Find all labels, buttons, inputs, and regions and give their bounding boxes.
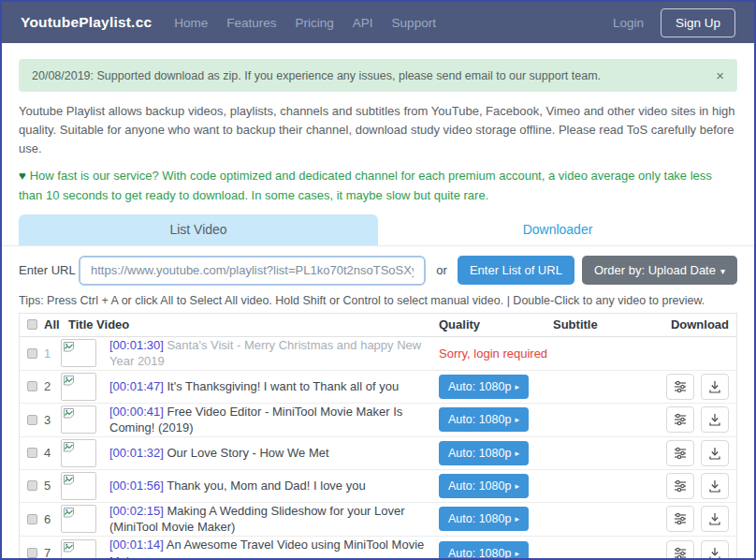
download-button[interactable]	[701, 406, 729, 433]
video-duration: [00:01:47]	[109, 379, 164, 393]
notice-text: 20/08/2019: Supported download as zip. I…	[32, 69, 601, 82]
heart-icon: ♥	[19, 169, 26, 183]
row-number: 2	[44, 379, 61, 393]
row-checkbox[interactable]	[27, 348, 37, 359]
table-row[interactable]: 4 [00:01:32] Our Love Story - How We Met…	[20, 437, 736, 470]
row-checkbox[interactable]	[27, 448, 37, 458]
service-note: ♥How fast is our service? With code opti…	[19, 167, 737, 204]
video-thumbnail-broken-image-icon	[61, 439, 96, 467]
row-checkbox[interactable]	[27, 480, 37, 491]
table-row[interactable]: 1 [00:01:30] Santa's Visit - Merry Chris…	[20, 337, 736, 371]
nav-item-support[interactable]: Support	[392, 16, 436, 30]
video-duration: [00:01:56]	[109, 479, 164, 493]
enter-list-of-url-button[interactable]: Enter List of URL	[458, 256, 574, 285]
video-duration: [00:00:41]	[109, 405, 164, 419]
nav-item-api[interactable]: API	[353, 16, 373, 30]
video-title: Thank you, Mom and Dad! I love you	[167, 479, 365, 493]
video-thumbnail-broken-image-icon	[61, 472, 96, 500]
signup-button[interactable]: Sign Up	[661, 8, 735, 37]
navbar: YoutubePlaylist.cc Home Features Pricing…	[2, 2, 754, 43]
row-number: 4	[44, 446, 61, 460]
quality-button[interactable]: Auto: 1080p▸	[439, 407, 529, 432]
row-number: 1	[44, 346, 61, 361]
service-note-text: How fast is our service? With code optim…	[19, 169, 712, 201]
caret-right-icon: ▸	[515, 449, 519, 458]
url-label: Enter URL	[19, 263, 79, 277]
row-number: 7	[44, 546, 61, 560]
quality-button[interactable]: Auto: 1080p▸	[439, 474, 529, 498]
tips-text: Tips: Press Ctrl + A or click All to Sel…	[19, 294, 737, 307]
header-download: Download	[654, 317, 729, 332]
select-all-checkbox[interactable]	[27, 319, 37, 330]
video-thumbnail-broken-image-icon	[61, 339, 96, 367]
url-input[interactable]	[79, 256, 426, 286]
site-description: Youtube Playlist allows backup videos, p…	[19, 102, 737, 158]
convert-options-button[interactable]	[666, 406, 694, 433]
nav-item-features[interactable]: Features	[226, 16, 276, 30]
header-subtitle: Subtitle	[553, 317, 654, 332]
table-header: All Title Video Quality Subtitle Downloa…	[20, 314, 736, 337]
convert-options-button[interactable]	[666, 473, 694, 499]
row-checkbox[interactable]	[27, 514, 37, 524]
video-duration: [00:01:32]	[109, 446, 164, 460]
caret-right-icon: ▸	[515, 514, 519, 523]
header-all[interactable]: All	[44, 317, 68, 332]
download-button[interactable]	[701, 440, 729, 466]
download-button[interactable]	[701, 473, 729, 499]
table-row[interactable]: 2 [00:01:47] It's Thanksgiving! I want t…	[20, 371, 736, 404]
row-checkbox[interactable]	[27, 415, 37, 425]
nav-links: Home Features Pricing API Support	[174, 16, 436, 30]
convert-options-button[interactable]	[666, 540, 694, 560]
login-required-message: Sorry, login required	[439, 346, 547, 361]
video-title: Our Love Story - How We Met	[167, 446, 328, 460]
caret-down-icon: ▾	[720, 266, 725, 276]
download-button[interactable]	[701, 540, 729, 560]
notice-banner: 20/08/2019: Supported download as zip. I…	[19, 59, 737, 92]
quality-button[interactable]: Auto: 1080p▸	[439, 441, 529, 465]
url-entry-row: Enter URL or Enter List of URL Order by:…	[19, 256, 737, 286]
nav-item-home[interactable]: Home	[174, 16, 208, 30]
page: YoutubePlaylist.cc Home Features Pricing…	[0, 0, 756, 560]
close-icon[interactable]: ×	[716, 68, 724, 82]
caret-right-icon: ▸	[515, 481, 519, 491]
video-duration: [00:02:15]	[109, 504, 164, 518]
video-title: It's Thanksgiving! I want to Thank all o…	[167, 379, 399, 393]
row-number: 5	[44, 479, 61, 493]
login-link[interactable]: Login	[613, 16, 644, 30]
header-quality: Quality	[439, 317, 553, 332]
or-label: or	[436, 263, 447, 277]
convert-options-button[interactable]	[666, 374, 694, 400]
row-checkbox[interactable]	[27, 381, 37, 391]
video-duration: [00:01:14]	[109, 538, 164, 552]
download-button[interactable]	[701, 506, 729, 532]
quality-button[interactable]: Auto: 1080p▸	[439, 507, 529, 531]
video-thumbnail-broken-image-icon	[61, 373, 96, 401]
table-row[interactable]: 7 [00:01:14] An Awesome Travel Video usi…	[20, 537, 736, 560]
video-thumbnail-broken-image-icon	[61, 539, 96, 560]
order-by-dropdown[interactable]: Order by: Upload Date▾	[582, 256, 737, 285]
video-thumbnail-broken-image-icon	[61, 505, 96, 533]
quality-button[interactable]: Auto: 1080p▸	[439, 541, 529, 560]
quality-button[interactable]: Auto: 1080p▸	[439, 375, 529, 399]
convert-options-button[interactable]	[666, 506, 694, 532]
nav-item-pricing[interactable]: Pricing	[296, 16, 334, 30]
row-checkbox[interactable]	[27, 548, 37, 558]
header-title-video: Title Video	[68, 317, 439, 333]
caret-right-icon: ▸	[515, 382, 519, 391]
tab-bar: List Video Downloader	[2, 214, 754, 246]
video-table: All Title Video Quality Subtitle Downloa…	[19, 313, 737, 560]
download-button[interactable]	[701, 374, 729, 400]
row-number: 6	[44, 512, 61, 526]
caret-right-icon: ▸	[515, 549, 519, 558]
brand-logo[interactable]: YoutubePlaylist.cc	[21, 14, 152, 31]
table-row[interactable]: 5 [00:01:56] Thank you, Mom and Dad! I l…	[20, 470, 736, 503]
caret-right-icon: ▸	[515, 415, 519, 424]
table-row[interactable]: 6 [00:02:15] Making A Wedding Slideshow …	[20, 503, 736, 537]
convert-options-button[interactable]	[666, 440, 694, 466]
tab-downloader[interactable]: Downloader	[378, 214, 737, 245]
video-duration: [00:01:30]	[109, 338, 164, 352]
tab-list-video[interactable]: List Video	[19, 214, 378, 245]
video-thumbnail-broken-image-icon	[61, 405, 96, 434]
table-row[interactable]: 3 [00:00:41] Free Video Editor - MiniToo…	[20, 404, 736, 437]
row-number: 3	[44, 413, 61, 427]
